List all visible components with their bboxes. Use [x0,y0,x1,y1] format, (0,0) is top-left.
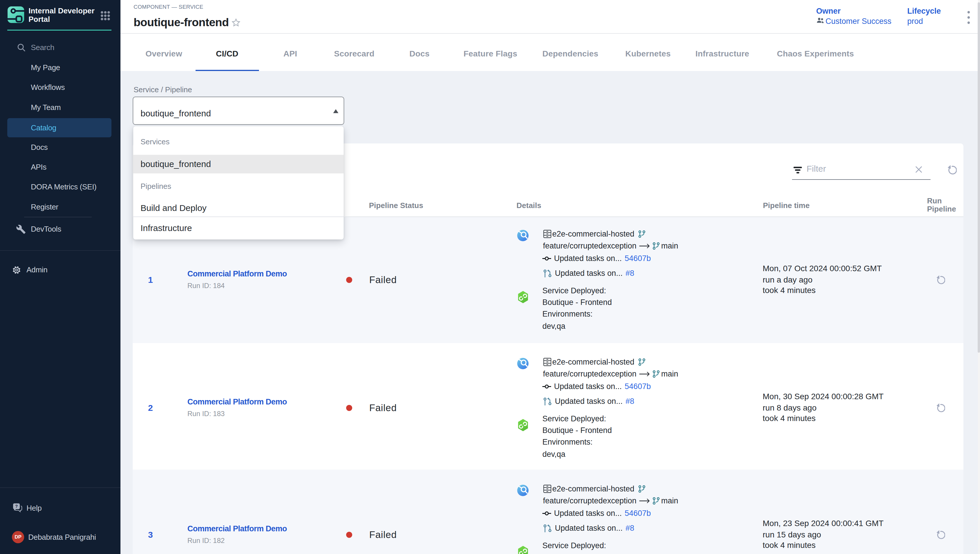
svg-text:?: ? [15,504,18,509]
